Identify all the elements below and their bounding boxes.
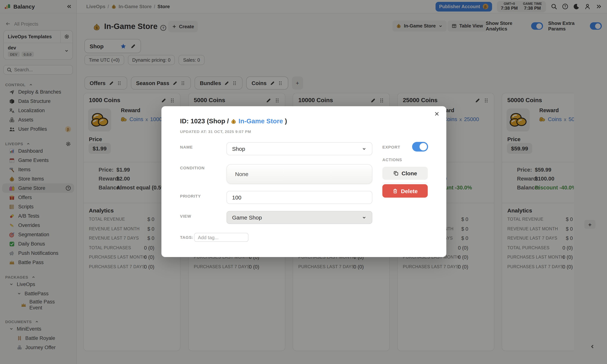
condition-label: CONDITION (180, 166, 205, 170)
modal-title: ID: 1023 (Shop / $ In-Game Store ) (180, 117, 287, 125)
tags-input[interactable] (194, 233, 248, 242)
priority-input[interactable] (226, 191, 372, 204)
money-bag-icon: $ (231, 118, 237, 124)
export-label: EXPORT (382, 145, 400, 149)
actions-label: ACTIONS (382, 157, 402, 162)
money-bag-icon: $ (231, 118, 237, 124)
delete-button[interactable]: Delete (382, 184, 428, 198)
chevron-down-icon (361, 146, 367, 151)
name-label: NAME (180, 145, 193, 149)
clone-button[interactable]: Clone (382, 167, 428, 180)
view-select[interactable]: Game Shop (226, 211, 372, 224)
divider (382, 183, 428, 183)
updated-at: UPDATED AT: 31 OCT, 2025 9:07 PM (180, 129, 251, 134)
trash-icon (392, 188, 398, 194)
close-icon[interactable] (432, 109, 441, 118)
store-slot-modal: ID: 1023 (Shop / $ In-Game Store ) UPDAT… (161, 106, 446, 257)
tags-label: TAGS: (180, 235, 193, 240)
condition-box[interactable]: None (226, 164, 372, 184)
export-toggle[interactable] (412, 142, 428, 152)
store-link[interactable]: In-Game Store (239, 117, 283, 125)
chevron-down-icon (361, 215, 367, 220)
copy-icon (393, 170, 399, 176)
svg-text:$: $ (233, 120, 235, 123)
app-screen: Balancy All Projects LiveOps Templates d… (0, 0, 607, 364)
name-select[interactable]: Shop (226, 142, 372, 155)
view-label: VIEW (180, 214, 191, 218)
priority-label: PRIORITY (180, 194, 201, 198)
